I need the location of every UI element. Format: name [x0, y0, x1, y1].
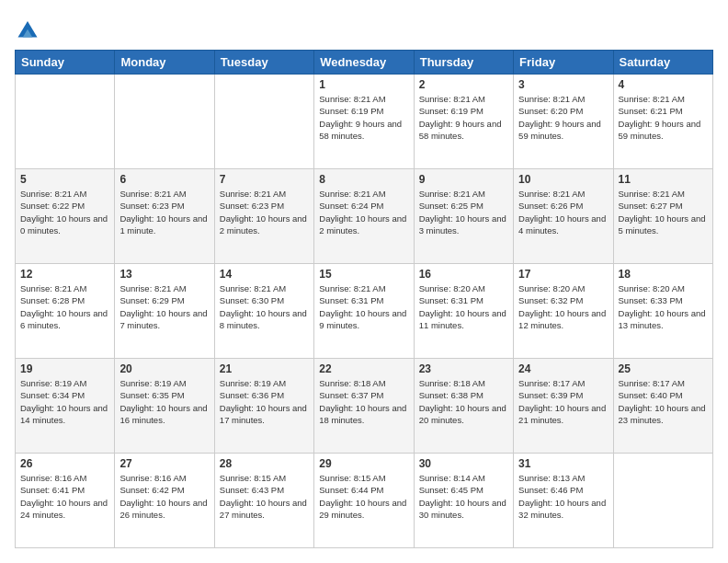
weekday-header-monday: Monday	[115, 51, 214, 75]
day-info: Sunrise: 8:21 AMSunset: 6:21 PMDaylight:…	[619, 93, 708, 142]
calendar-cell: 17Sunrise: 8:20 AMSunset: 6:32 PMDayligh…	[514, 264, 613, 359]
weekday-header-saturday: Saturday	[613, 51, 712, 75]
logo-icon	[15, 15, 40, 40]
day-info: Sunrise: 8:17 AMSunset: 6:40 PMDaylight:…	[619, 377, 708, 426]
calendar-week-4: 19Sunrise: 8:19 AMSunset: 6:34 PMDayligh…	[16, 359, 713, 454]
day-info: Sunrise: 8:21 AMSunset: 6:30 PMDaylight:…	[220, 282, 309, 331]
calendar-week-1: 1Sunrise: 8:21 AMSunset: 6:19 PMDaylight…	[16, 75, 713, 169]
day-info: Sunrise: 8:16 AMSunset: 6:41 PMDaylight:…	[20, 472, 109, 521]
day-info: Sunrise: 8:21 AMSunset: 6:26 PMDaylight:…	[518, 188, 608, 236]
calendar-cell: 31Sunrise: 8:13 AMSunset: 6:46 PMDayligh…	[514, 454, 613, 548]
day-number: 18	[619, 268, 708, 281]
day-info: Sunrise: 8:21 AMSunset: 6:29 PMDaylight:…	[119, 282, 209, 331]
calendar-cell: 19Sunrise: 8:19 AMSunset: 6:34 PMDayligh…	[16, 359, 115, 454]
day-info: Sunrise: 8:15 AMSunset: 6:44 PMDaylight:…	[319, 472, 408, 521]
calendar-cell: 16Sunrise: 8:20 AMSunset: 6:31 PMDayligh…	[414, 264, 513, 359]
day-number: 31	[518, 457, 608, 470]
day-info: Sunrise: 8:21 AMSunset: 6:20 PMDaylight:…	[518, 93, 608, 142]
day-number: 17	[518, 268, 608, 281]
calendar-cell: 12Sunrise: 8:21 AMSunset: 6:28 PMDayligh…	[16, 264, 115, 359]
calendar-cell: 4Sunrise: 8:21 AMSunset: 6:21 PMDaylight…	[613, 75, 712, 169]
day-info: Sunrise: 8:21 AMSunset: 6:23 PMDaylight:…	[119, 188, 209, 236]
calendar-week-5: 26Sunrise: 8:16 AMSunset: 6:41 PMDayligh…	[16, 454, 713, 548]
day-info: Sunrise: 8:21 AMSunset: 6:19 PMDaylight:…	[319, 93, 408, 142]
calendar-cell: 13Sunrise: 8:21 AMSunset: 6:29 PMDayligh…	[115, 264, 214, 359]
day-number: 7	[220, 173, 309, 186]
calendar-cell: 6Sunrise: 8:21 AMSunset: 6:23 PMDaylight…	[115, 169, 214, 264]
day-info: Sunrise: 8:21 AMSunset: 6:23 PMDaylight:…	[220, 188, 309, 236]
day-number: 24	[518, 362, 608, 375]
calendar-header-row: SundayMondayTuesdayWednesdayThursdayFrid…	[16, 51, 713, 75]
calendar-cell: 23Sunrise: 8:18 AMSunset: 6:38 PMDayligh…	[414, 359, 513, 454]
day-number: 25	[619, 362, 708, 375]
calendar-cell: 11Sunrise: 8:21 AMSunset: 6:27 PMDayligh…	[613, 169, 712, 264]
day-info: Sunrise: 8:16 AMSunset: 6:42 PMDaylight:…	[119, 472, 209, 521]
calendar-cell: 28Sunrise: 8:15 AMSunset: 6:43 PMDayligh…	[214, 454, 313, 548]
day-number: 29	[319, 457, 408, 470]
calendar-cell: 25Sunrise: 8:17 AMSunset: 6:40 PMDayligh…	[613, 359, 712, 454]
calendar-table: SundayMondayTuesdayWednesdayThursdayFrid…	[15, 50, 713, 548]
day-info: Sunrise: 8:21 AMSunset: 6:27 PMDaylight:…	[619, 188, 708, 236]
calendar-cell: 8Sunrise: 8:21 AMSunset: 6:24 PMDaylight…	[314, 169, 414, 264]
day-info: Sunrise: 8:19 AMSunset: 6:35 PMDaylight:…	[119, 377, 209, 426]
day-number: 1	[319, 78, 408, 91]
calendar-week-3: 12Sunrise: 8:21 AMSunset: 6:28 PMDayligh…	[16, 264, 713, 359]
calendar-cell: 14Sunrise: 8:21 AMSunset: 6:30 PMDayligh…	[214, 264, 313, 359]
calendar-cell: 26Sunrise: 8:16 AMSunset: 6:41 PMDayligh…	[16, 454, 115, 548]
calendar-cell: 29Sunrise: 8:15 AMSunset: 6:44 PMDayligh…	[314, 454, 414, 548]
day-number: 9	[419, 173, 508, 186]
day-number: 2	[419, 78, 508, 91]
day-number: 6	[119, 173, 209, 186]
day-number: 12	[20, 268, 109, 281]
day-number: 19	[20, 362, 109, 375]
day-number: 27	[119, 457, 209, 470]
calendar-cell: 2Sunrise: 8:21 AMSunset: 6:19 PMDaylight…	[414, 75, 513, 169]
day-info: Sunrise: 8:15 AMSunset: 6:43 PMDaylight:…	[220, 472, 309, 521]
calendar-cell	[613, 454, 712, 548]
day-number: 14	[220, 268, 309, 281]
day-info: Sunrise: 8:21 AMSunset: 6:24 PMDaylight:…	[319, 188, 408, 236]
day-number: 22	[319, 362, 408, 375]
calendar-cell	[214, 75, 313, 169]
day-info: Sunrise: 8:14 AMSunset: 6:45 PMDaylight:…	[419, 472, 508, 521]
calendar-cell: 30Sunrise: 8:14 AMSunset: 6:45 PMDayligh…	[414, 454, 513, 548]
weekday-header-tuesday: Tuesday	[214, 51, 313, 75]
calendar-cell	[115, 75, 214, 169]
calendar-cell: 5Sunrise: 8:21 AMSunset: 6:22 PMDaylight…	[16, 169, 115, 264]
day-number: 20	[119, 362, 209, 375]
day-info: Sunrise: 8:20 AMSunset: 6:33 PMDaylight:…	[619, 282, 708, 331]
day-number: 30	[419, 457, 508, 470]
weekday-header-wednesday: Wednesday	[314, 51, 414, 75]
day-info: Sunrise: 8:18 AMSunset: 6:37 PMDaylight:…	[319, 377, 408, 426]
day-info: Sunrise: 8:21 AMSunset: 6:28 PMDaylight:…	[20, 282, 109, 331]
day-info: Sunrise: 8:18 AMSunset: 6:38 PMDaylight:…	[419, 377, 508, 426]
weekday-header-friday: Friday	[514, 51, 613, 75]
calendar-cell: 18Sunrise: 8:20 AMSunset: 6:33 PMDayligh…	[613, 264, 712, 359]
calendar-cell: 20Sunrise: 8:19 AMSunset: 6:35 PMDayligh…	[115, 359, 214, 454]
day-info: Sunrise: 8:21 AMSunset: 6:31 PMDaylight:…	[319, 282, 408, 331]
calendar-cell: 1Sunrise: 8:21 AMSunset: 6:19 PMDaylight…	[314, 75, 414, 169]
calendar-cell: 27Sunrise: 8:16 AMSunset: 6:42 PMDayligh…	[115, 454, 214, 548]
calendar-cell	[16, 75, 115, 169]
day-number: 5	[20, 173, 109, 186]
day-number: 21	[220, 362, 309, 375]
calendar-cell: 24Sunrise: 8:17 AMSunset: 6:39 PMDayligh…	[514, 359, 613, 454]
day-number: 3	[518, 78, 608, 91]
day-info: Sunrise: 8:20 AMSunset: 6:31 PMDaylight:…	[419, 282, 508, 331]
weekday-header-thursday: Thursday	[414, 51, 513, 75]
calendar-cell: 22Sunrise: 8:18 AMSunset: 6:37 PMDayligh…	[314, 359, 414, 454]
day-info: Sunrise: 8:20 AMSunset: 6:32 PMDaylight:…	[518, 282, 608, 331]
calendar-week-2: 5Sunrise: 8:21 AMSunset: 6:22 PMDaylight…	[16, 169, 713, 264]
day-number: 11	[619, 173, 708, 186]
calendar-cell: 3Sunrise: 8:21 AMSunset: 6:20 PMDaylight…	[514, 75, 613, 169]
day-info: Sunrise: 8:21 AMSunset: 6:22 PMDaylight:…	[20, 188, 109, 236]
day-info: Sunrise: 8:21 AMSunset: 6:19 PMDaylight:…	[419, 93, 508, 142]
day-number: 26	[20, 457, 109, 470]
day-info: Sunrise: 8:19 AMSunset: 6:34 PMDaylight:…	[20, 377, 109, 426]
day-number: 4	[619, 78, 708, 91]
calendar-cell: 7Sunrise: 8:21 AMSunset: 6:23 PMDaylight…	[214, 169, 313, 264]
calendar-cell: 10Sunrise: 8:21 AMSunset: 6:26 PMDayligh…	[514, 169, 613, 264]
day-info: Sunrise: 8:17 AMSunset: 6:39 PMDaylight:…	[518, 377, 608, 426]
calendar-cell: 9Sunrise: 8:21 AMSunset: 6:25 PMDaylight…	[414, 169, 513, 264]
calendar-cell: 15Sunrise: 8:21 AMSunset: 6:31 PMDayligh…	[314, 264, 414, 359]
